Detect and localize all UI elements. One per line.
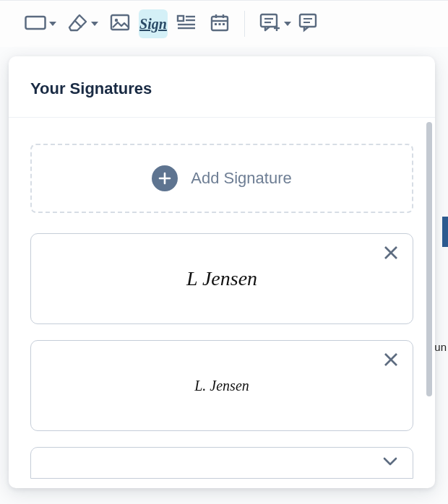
eraser-icon [68,13,88,35]
form-tool[interactable] [172,9,201,38]
image-tool[interactable] [105,9,134,38]
scrollbar[interactable] [426,122,432,396]
panel-title: Your Signatures [30,79,413,98]
form-icon [176,14,197,34]
date-tool[interactable] [205,9,234,38]
shape-tool[interactable] [20,9,59,38]
comment-tool-2[interactable] [298,9,320,38]
comment-icon [298,12,320,35]
signature-item-collapsed[interactable] [30,447,413,479]
svg-rect-0 [26,17,46,29]
svg-line-1 [74,20,82,27]
eraser-tool[interactable] [64,9,101,38]
close-icon [382,351,400,371]
rectangle-icon [25,14,46,33]
add-signature-button[interactable]: Add Signature [30,144,413,213]
svg-rect-14 [219,23,221,25]
panel-body: Add Signature L Jensen L. Jensen [9,118,435,488]
chevron-down-icon [284,22,291,26]
signature-preview: L. Jensen [194,378,249,394]
chevron-down-icon [382,456,398,469]
comment-tool[interactable] [255,9,294,38]
close-icon [382,244,400,264]
plus-icon [152,165,178,191]
delete-signature-button[interactable] [381,351,401,371]
signature-preview: L Jensen [186,267,257,290]
svg-rect-16 [261,14,277,27]
add-signature-label: Add Signature [191,169,291,188]
svg-rect-15 [223,23,225,25]
sign-icon: Sign [139,16,167,32]
sign-tool[interactable]: Sign [139,9,168,38]
signature-item[interactable]: L Jensen [30,233,413,324]
toolbar: Sign [0,0,448,47]
chevron-down-icon [91,22,98,26]
image-icon [110,13,130,35]
separator [244,11,245,37]
comment-add-icon [259,12,281,35]
svg-rect-4 [178,16,184,21]
side-fragment-text: un [434,341,447,353]
svg-point-3 [115,19,118,22]
calendar-icon [210,13,230,35]
signature-item[interactable]: L. Jensen [30,340,413,431]
chevron-down-icon [49,22,56,26]
side-accent [442,217,448,247]
delete-signature-button[interactable] [381,244,401,264]
panel-header: Your Signatures [9,56,435,118]
svg-rect-21 [300,14,316,27]
svg-rect-13 [215,23,217,25]
signatures-panel: Your Signatures Add Signature L Jensen L… [9,56,435,488]
